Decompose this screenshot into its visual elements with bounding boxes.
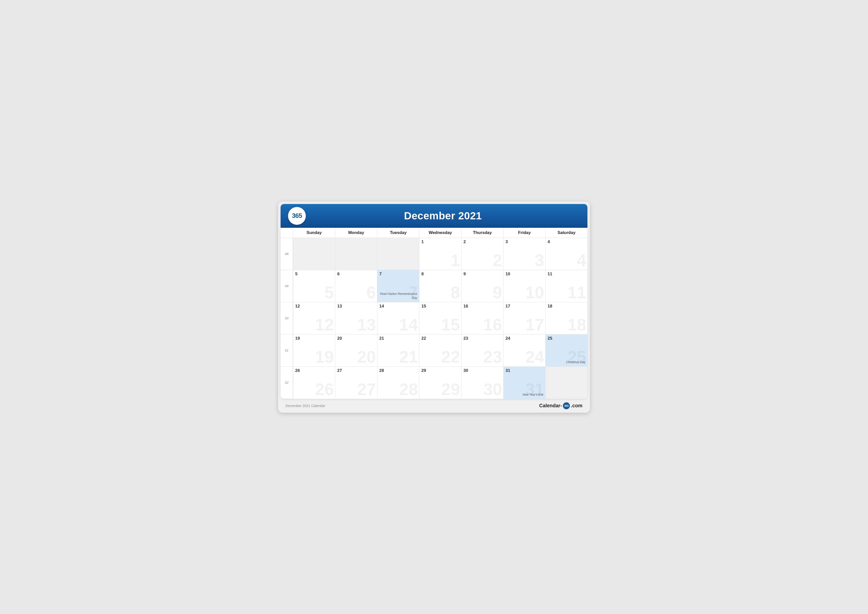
day-header-sunday: Sunday bbox=[293, 228, 335, 238]
day-cell-21: 2121 bbox=[377, 334, 419, 367]
day-number: 14 bbox=[379, 304, 417, 309]
day-cell-empty bbox=[293, 238, 335, 270]
week-number-48: 48 bbox=[281, 238, 293, 270]
day-watermark: 2 bbox=[493, 252, 502, 269]
day-header-wednesday: Wednesday bbox=[419, 228, 461, 238]
day-watermark: 27 bbox=[357, 381, 376, 398]
day-cell-empty bbox=[377, 238, 419, 270]
footer-badge: 365 bbox=[563, 402, 570, 409]
day-cell-11: 1111 bbox=[546, 270, 587, 302]
week-number-52: 52 bbox=[281, 367, 293, 399]
day-watermark: 10 bbox=[525, 284, 544, 301]
day-number: 4 bbox=[547, 239, 586, 244]
day-watermark: 5 bbox=[324, 284, 334, 301]
day-header-saturday: Saturday bbox=[546, 228, 587, 238]
day-cell-5: 55 bbox=[293, 270, 335, 302]
day-watermark: 24 bbox=[525, 348, 544, 365]
day-cell-24: 2424 bbox=[503, 334, 546, 367]
day-watermark: 22 bbox=[441, 348, 460, 365]
day-watermark: 8 bbox=[451, 284, 460, 301]
week-num-header-empty bbox=[281, 228, 293, 238]
day-cell-31: 3131New Year's Eve bbox=[503, 367, 546, 399]
week-number-49: 49 bbox=[281, 270, 293, 302]
day-number: 24 bbox=[505, 336, 543, 341]
day-header-tuesday: Tuesday bbox=[377, 228, 419, 238]
day-number: 2 bbox=[463, 239, 501, 244]
day-cell-27: 2727 bbox=[335, 367, 377, 399]
day-number: 23 bbox=[463, 336, 501, 341]
week-number-51: 51 bbox=[281, 334, 293, 367]
day-watermark: 9 bbox=[493, 284, 502, 301]
day-watermark: 12 bbox=[315, 316, 334, 333]
day-cell-6: 66 bbox=[335, 270, 377, 302]
day-cell-23: 2323 bbox=[461, 334, 503, 367]
day-cell-7: 77Pearl Harbor Remembrance Day bbox=[377, 270, 419, 302]
day-cell-16: 1616 bbox=[461, 302, 503, 334]
day-cell-1: 11 bbox=[419, 238, 461, 270]
day-watermark: 17 bbox=[525, 316, 544, 333]
day-cell-22: 2222 bbox=[419, 334, 461, 367]
day-cell-29: 2929 bbox=[419, 367, 461, 399]
week-number-50: 50 bbox=[281, 302, 293, 334]
day-cell-4: 44 bbox=[546, 238, 587, 270]
day-number: 8 bbox=[422, 272, 459, 277]
day-cell-empty bbox=[335, 238, 377, 270]
footer-brand: Calendar-365.com bbox=[539, 402, 583, 409]
day-watermark: 18 bbox=[567, 316, 586, 333]
page-wrapper: 365 December 2021 SundayMondayTuesdayWed… bbox=[278, 202, 590, 413]
day-number: 17 bbox=[505, 304, 543, 309]
page-footer: December 2021 Calendar Calendar-365.com bbox=[281, 399, 587, 410]
day-cell-10: 1010 bbox=[503, 270, 546, 302]
day-watermark: 6 bbox=[366, 284, 376, 301]
day-number: 3 bbox=[505, 239, 543, 244]
day-watermark: 19 bbox=[315, 348, 334, 365]
footer-brand-suffix: .com bbox=[571, 403, 583, 409]
event-label: Pearl Harbor Remembrance Day bbox=[377, 292, 417, 300]
day-number: 1 bbox=[422, 239, 459, 244]
day-cell-30: 3030 bbox=[461, 367, 503, 399]
day-cell-2: 22 bbox=[461, 238, 503, 270]
day-cell-19: 1919 bbox=[293, 334, 335, 367]
day-number: 15 bbox=[422, 304, 459, 309]
day-number: 5 bbox=[295, 272, 333, 277]
day-cell-9: 99 bbox=[461, 270, 503, 302]
calendar-header: 365 December 2021 bbox=[281, 204, 587, 228]
day-watermark: 14 bbox=[399, 316, 418, 333]
day-cell-13: 1313 bbox=[335, 302, 377, 334]
day-number: 20 bbox=[337, 336, 375, 341]
footer-brand-prefix: Calendar- bbox=[539, 403, 562, 409]
day-watermark: 16 bbox=[483, 316, 502, 333]
day-cell-28: 2828 bbox=[377, 367, 419, 399]
day-cell-18: 1818 bbox=[546, 302, 587, 334]
day-number: 26 bbox=[295, 368, 333, 373]
day-number: 30 bbox=[463, 368, 501, 373]
logo-badge: 365 bbox=[288, 207, 306, 225]
day-cell-26: 2626 bbox=[293, 367, 335, 399]
day-number: 16 bbox=[463, 304, 501, 309]
day-number: 27 bbox=[337, 368, 375, 373]
day-number: 22 bbox=[422, 336, 459, 341]
day-watermark: 13 bbox=[357, 316, 376, 333]
day-number: 21 bbox=[379, 336, 417, 341]
footer-label: December 2021 Calendar bbox=[285, 404, 325, 408]
day-cell-8: 88 bbox=[419, 270, 461, 302]
days-header: SundayMondayTuesdayWednesdayThursdayFrid… bbox=[281, 228, 587, 238]
day-watermark: 3 bbox=[535, 252, 544, 269]
day-watermark: 30 bbox=[483, 381, 502, 398]
day-number: 19 bbox=[295, 336, 333, 341]
day-watermark: 4 bbox=[577, 252, 586, 269]
day-watermark: 23 bbox=[483, 348, 502, 365]
day-cell-20: 2020 bbox=[335, 334, 377, 367]
day-watermark: 21 bbox=[399, 348, 418, 365]
day-header-monday: Monday bbox=[335, 228, 377, 238]
day-header-friday: Friday bbox=[503, 228, 546, 238]
day-number: 18 bbox=[547, 304, 586, 309]
day-cell-3: 33 bbox=[503, 238, 546, 270]
day-watermark: 1 bbox=[451, 252, 460, 269]
day-number: 6 bbox=[337, 272, 375, 277]
event-label: New Year's Eve bbox=[522, 393, 543, 397]
day-watermark: 20 bbox=[357, 348, 376, 365]
day-number: 29 bbox=[422, 368, 459, 373]
day-number: 10 bbox=[505, 272, 543, 277]
day-number: 11 bbox=[547, 272, 586, 277]
